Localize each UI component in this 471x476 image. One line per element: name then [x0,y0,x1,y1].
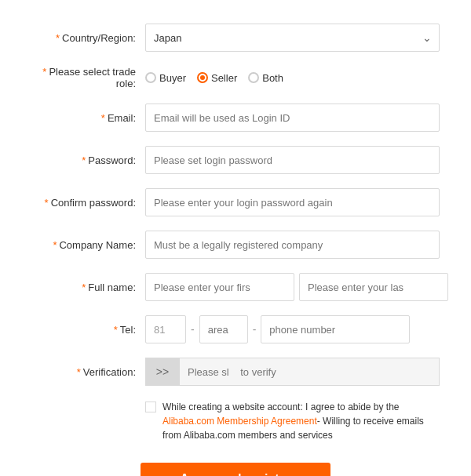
full-name-label: *Full name: [31,282,145,293]
tel-separator-2: - [251,323,258,336]
confirm-password-row: *Confirm password: [31,188,440,216]
confirm-password-input[interactable] [145,188,440,216]
agreement-link[interactable]: Alibaba.com Membership Agreement [162,416,317,427]
company-name-input[interactable] [145,231,440,259]
full-name-row: *Full name: [31,273,440,301]
required-star: * [82,282,86,293]
buyer-label: Buyer [159,72,186,84]
email-row: *Email: [31,104,440,132]
radio-input-buyer[interactable] [145,72,156,83]
password-label: *Password: [31,154,145,166]
tel-number-input[interactable] [261,315,410,343]
required-star: * [42,66,46,78]
required-star: * [56,32,60,44]
required-star: * [53,239,57,251]
trade-role-label: *Please select trade role: [31,66,145,89]
trade-role-row: *Please select trade role: Buyer Seller … [31,66,440,89]
tel-separator-1: - [189,323,196,336]
last-name-input[interactable] [299,273,448,301]
verify-slider-btn[interactable]: >> [145,358,180,386]
tel-row: *Tel: - - [31,315,440,343]
register-btn-row: Agree and register [31,458,440,476]
company-name-label: *Company Name: [31,239,145,251]
verification-inputs: >> [145,358,440,386]
country-select[interactable]: Japan [145,24,440,52]
tel-label: *Tel: [31,324,145,336]
seller-label: Seller [211,72,237,84]
verification-row: *Verification: >> [31,358,440,386]
verify-input[interactable] [180,358,440,386]
both-label: Both [262,72,283,84]
country-select-wrapper: Japan ⌄ [145,24,440,52]
email-input[interactable] [145,104,440,132]
agreement-text: While creating a website account: I agre… [162,400,440,442]
required-star: * [77,366,81,378]
password-input[interactable] [145,146,440,174]
required-star: * [114,324,118,336]
radio-input-seller[interactable] [197,72,208,83]
radio-seller[interactable]: Seller [197,72,237,84]
trade-role-options: Buyer Seller Both [145,72,283,84]
country-row: *Country/Region: Japan ⌄ [31,24,440,52]
password-row: *Password: [31,146,440,174]
verification-label: *Verification: [31,366,145,378]
email-label: *Email: [31,112,145,124]
required-star: * [45,197,49,209]
radio-buyer[interactable]: Buyer [145,72,186,84]
registration-form: *Country/Region: Japan ⌄ *Please select … [16,16,455,476]
tel-code-input[interactable] [145,315,186,343]
company-name-row: *Company Name: [31,231,440,259]
agreement-text-1: While creating a website account: I agre… [162,402,400,412]
country-label: *Country/Region: [31,32,145,44]
tel-area-input[interactable] [199,315,248,343]
fullname-inputs [145,273,448,301]
required-star: * [101,112,105,124]
radio-both[interactable]: Both [248,72,283,84]
register-button[interactable]: Agree and register [141,463,330,476]
tel-inputs: - - [145,315,440,343]
first-name-input[interactable] [145,273,294,301]
confirm-password-label: *Confirm password: [31,197,145,209]
required-star: * [82,154,86,166]
agreement-checkbox[interactable] [145,402,156,412]
radio-input-both[interactable] [248,72,259,83]
agreement-row: While creating a website account: I agre… [31,400,440,442]
verify-arrows: >> [156,365,169,378]
